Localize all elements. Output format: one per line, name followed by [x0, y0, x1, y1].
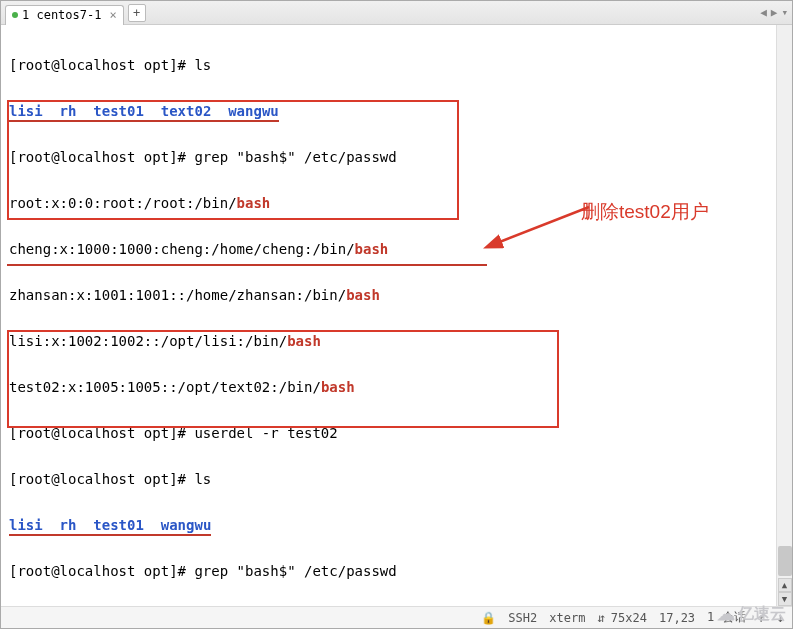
watermark: ☁亿速云 — [717, 603, 786, 625]
scroll-up-icon[interactable]: ▲ — [778, 578, 792, 592]
status-term: xterm — [549, 611, 585, 625]
tab-nav: ◀ ▶ ▾ — [760, 6, 788, 19]
status-dot-icon — [12, 12, 18, 18]
tab-centos7-1[interactable]: 1 centos7-1 × — [5, 5, 124, 25]
nav-right-icon[interactable]: ▶ — [771, 6, 778, 19]
nav-left-icon[interactable]: ◀ — [760, 6, 767, 19]
lock-icon: 🔒 — [481, 611, 496, 625]
tab-label: 1 centos7-1 — [22, 8, 101, 22]
status-ssh: SSH2 — [508, 611, 537, 625]
close-icon[interactable]: × — [109, 8, 116, 22]
tab-bar: 1 centos7-1 × + ◀ ▶ ▾ — [1, 1, 792, 25]
status-pos: 17,23 — [659, 611, 695, 625]
scrollbar-thumb[interactable] — [778, 546, 792, 576]
status-size: ⇵ 75x24 — [597, 611, 647, 625]
highlight-underline — [7, 264, 487, 266]
terminal[interactable]: [root@localhost opt]# ls lisi rh test01 … — [1, 25, 792, 606]
nav-menu-icon[interactable]: ▾ — [781, 6, 788, 19]
add-tab-button[interactable]: + — [128, 4, 146, 22]
vertical-scrollbar[interactable]: ▲ ▼ — [776, 25, 792, 606]
annotation-text: 删除test02用户 — [581, 200, 709, 223]
status-bar: 🔒 SSH2 xterm ⇵ 75x24 17,23 1 会话 ↑ ↓ ☁亿速云 — [1, 606, 792, 628]
